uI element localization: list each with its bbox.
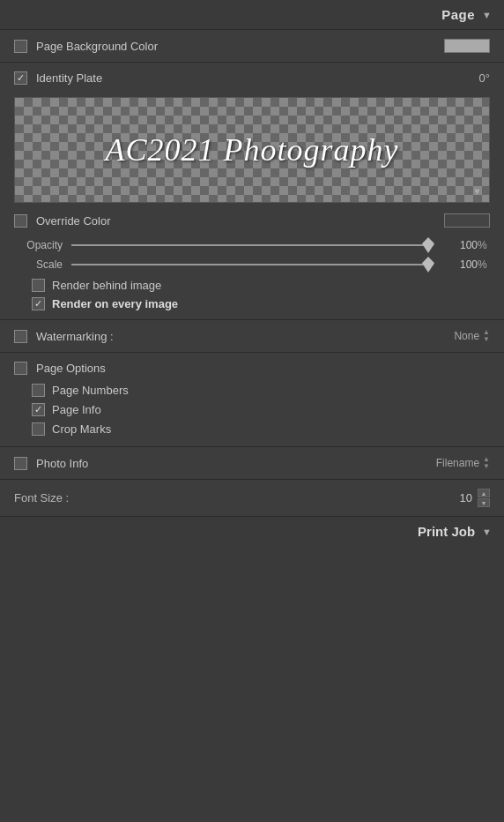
panel-title: Page xyxy=(441,7,475,22)
font-size-up-button[interactable]: ▲ xyxy=(478,489,490,497)
scale-unit: % xyxy=(478,258,490,271)
panel-header: Page ▼ xyxy=(0,0,504,30)
print-job-bar: Print Job ▼ xyxy=(0,517,504,546)
font-size-section: Font Size : 10 ▲ ▼ xyxy=(0,480,504,517)
print-job-title: Print Job xyxy=(418,524,475,539)
render-behind-image-row: Render behind image xyxy=(32,279,490,292)
identity-plate-label: Identity Plate xyxy=(36,71,102,85)
page-background-color-label: Page Background Color xyxy=(36,40,158,53)
page-numbers-checkbox[interactable] xyxy=(32,384,45,397)
scale-value: 100 xyxy=(442,258,478,271)
opacity-label: Opacity xyxy=(14,239,63,251)
render-options: Render behind image Render on every imag… xyxy=(14,279,490,310)
photo-info-value: Filename xyxy=(436,457,479,469)
render-behind-image-checkbox[interactable] xyxy=(32,279,45,292)
override-color-label: Override Color xyxy=(36,214,111,228)
page-options-checkbox[interactable] xyxy=(14,362,27,375)
identity-plate-section: Identity Plate 0° AC2021 Photography ▼ O… xyxy=(0,63,504,320)
crop-marks-label: Crop Marks xyxy=(52,422,111,436)
watermarking-label: Watermarking : xyxy=(36,330,114,343)
scale-label: Scale xyxy=(14,258,63,271)
override-color-checkbox[interactable] xyxy=(14,214,27,228)
opacity-value: 100 xyxy=(442,239,478,251)
identity-plate-degree: 0° xyxy=(479,71,490,85)
identity-plate-dropdown-icon[interactable]: ▼ xyxy=(472,186,482,197)
opacity-slider[interactable] xyxy=(71,238,434,252)
scale-thumb xyxy=(422,257,434,273)
photo-info-section: Photo Info Filename ▲ ▼ xyxy=(0,447,504,480)
identity-plate-text: AC2021 Photography xyxy=(106,131,399,168)
scale-fill xyxy=(71,264,434,265)
page-background-color-swatch[interactable] xyxy=(444,39,490,53)
scale-row: Scale 100 % xyxy=(14,258,490,272)
crop-marks-row: Crop Marks xyxy=(32,422,490,436)
render-on-every-image-checkbox[interactable] xyxy=(32,297,45,310)
identity-plate-checkbox[interactable] xyxy=(14,71,27,85)
font-size-stepper: 10 ▲ ▼ xyxy=(451,489,490,507)
watermarking-section: Watermarking : None ▲ ▼ xyxy=(0,320,504,353)
photo-info-checkbox[interactable] xyxy=(14,457,27,470)
page-background-color-checkbox[interactable] xyxy=(14,40,27,53)
panel-arrow-icon[interactable]: ▼ xyxy=(482,10,492,20)
override-color-swatch[interactable] xyxy=(444,213,490,228)
page-info-label: Page Info xyxy=(52,403,101,416)
render-on-every-image-row: Render on every image xyxy=(32,297,490,310)
photo-info-arrows-icon: ▲ ▼ xyxy=(483,456,490,470)
page-options-section: Page Options Page Numbers Page Info Crop… xyxy=(0,353,504,447)
photo-info-label: Photo Info xyxy=(36,457,88,470)
font-size-value: 10 xyxy=(451,491,472,504)
watermarking-value: None xyxy=(454,330,479,342)
page-numbers-label: Page Numbers xyxy=(52,384,129,397)
page-options-label: Page Options xyxy=(36,362,106,375)
render-behind-image-label: Render behind image xyxy=(52,279,161,292)
opacity-fill xyxy=(71,244,434,246)
override-color-row: Override Color xyxy=(14,213,490,228)
opacity-unit: % xyxy=(478,239,490,251)
watermarking-dropdown[interactable]: None ▲ ▼ xyxy=(454,329,490,343)
page-info-row: Page Info xyxy=(32,403,490,416)
crop-marks-checkbox[interactable] xyxy=(32,422,45,436)
print-job-arrow-icon[interactable]: ▼ xyxy=(482,527,492,537)
font-size-down-button[interactable]: ▼ xyxy=(478,498,490,507)
font-size-arrows: ▲ ▼ xyxy=(478,489,490,507)
page-numbers-row: Page Numbers xyxy=(32,384,490,397)
page-options-sub: Page Numbers Page Info Crop Marks xyxy=(14,384,490,436)
identity-plate-preview[interactable]: AC2021 Photography ▼ xyxy=(14,97,490,203)
photo-info-dropdown[interactable]: Filename ▲ ▼ xyxy=(436,456,490,470)
scale-slider[interactable] xyxy=(71,258,434,272)
render-on-every-image-label: Render on every image xyxy=(52,297,178,310)
page-background-color-section: Page Background Color xyxy=(0,30,504,63)
page-info-checkbox[interactable] xyxy=(32,403,45,416)
watermarking-checkbox[interactable] xyxy=(14,330,27,343)
watermarking-arrows-icon: ▲ ▼ xyxy=(483,329,490,343)
opacity-row: Opacity 100 % xyxy=(14,238,490,252)
font-size-label: Font Size : xyxy=(14,491,69,504)
opacity-thumb xyxy=(422,237,434,253)
